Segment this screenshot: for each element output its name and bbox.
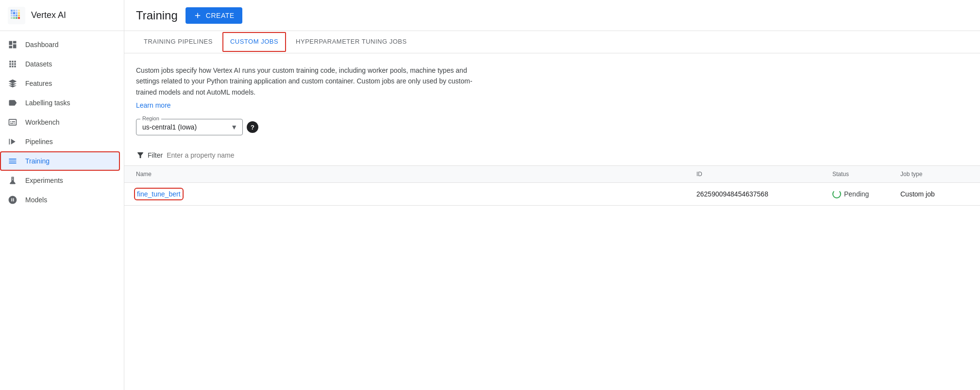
page-title: Training: [136, 9, 178, 22]
col-status: Status: [832, 171, 900, 178]
sidebar-item-label: Workbench: [25, 118, 60, 126]
sidebar-item-label: Pipelines: [25, 138, 53, 146]
svg-rect-6: [16, 12, 17, 14]
features-icon: [8, 79, 17, 88]
tabs-bar: TRAINING PIPELINES CUSTOM JOBS HYPERPARA…: [124, 31, 980, 53]
svg-rect-15: [16, 17, 17, 19]
job-status: Pending: [832, 190, 900, 198]
filter-text: Filter: [148, 151, 163, 159]
svg-rect-13: [11, 17, 13, 19]
sidebar-item-features[interactable]: Features: [0, 74, 118, 93]
sidebar-item-label: Labelling tasks: [25, 99, 70, 107]
sidebar-header: Vertex AI: [0, 0, 124, 31]
svg-rect-4: [11, 12, 13, 14]
help-icon[interactable]: ?: [247, 121, 258, 133]
region-section: Region us-central1 (Iowa) ▼ ?: [136, 119, 968, 135]
sidebar-item-labelling[interactable]: Labelling tasks: [0, 93, 118, 113]
workbench-icon: [8, 117, 17, 127]
region-value: us-central1 (Iowa): [142, 123, 197, 131]
region-label: Region: [140, 115, 161, 121]
labelling-icon: [8, 98, 17, 108]
svg-rect-10: [18, 10, 20, 12]
table-row: fine_tune_bert 2625900948454637568 Pendi…: [124, 183, 980, 206]
main-content: Training CREATE TRAINING PIPELINES CUSTO…: [124, 0, 980, 390]
learn-more-link[interactable]: Learn more: [136, 101, 171, 109]
sidebar-item-models[interactable]: Models: [0, 190, 118, 210]
sidebar-item-label: Datasets: [25, 60, 52, 68]
sidebar-item-training[interactable]: Training: [0, 151, 120, 171]
sidebar-item-label: Dashboard: [25, 41, 59, 49]
chevron-down-icon: ▼: [231, 123, 237, 131]
datasets-icon: [8, 59, 17, 69]
plus-icon: [193, 11, 202, 20]
content-area: Custom jobs specify how Vertex AI runs y…: [124, 53, 980, 390]
tab-training-pipelines[interactable]: TRAINING PIPELINES: [136, 31, 220, 53]
app-title: Vertex AI: [31, 10, 66, 20]
svg-rect-14: [13, 17, 15, 19]
sidebar-item-label: Experiments: [25, 177, 63, 184]
experiments-icon: [8, 176, 17, 185]
tab-custom-jobs[interactable]: CUSTOM JOBS: [222, 32, 286, 52]
pipelines-icon: [8, 137, 17, 146]
jobs-table: Name ID Status Job type fine_tune_bert 2…: [124, 166, 980, 206]
filter-input[interactable]: [167, 151, 968, 159]
filter-label-wrap: Filter: [136, 151, 163, 160]
create-button[interactable]: CREATE: [186, 7, 242, 24]
svg-rect-7: [11, 15, 13, 16]
filter-icon: [136, 151, 145, 160]
pending-spinner-icon: [832, 190, 841, 198]
sidebar-item-label: Training: [25, 157, 50, 165]
sidebar: Vertex AI Dashboard Datasets Features: [0, 0, 124, 390]
main-header: Training CREATE: [124, 0, 980, 31]
svg-rect-8: [13, 15, 15, 16]
create-button-label: CREATE: [206, 12, 235, 19]
table-header: Name ID Status Job type: [124, 166, 980, 183]
sidebar-item-dashboard[interactable]: Dashboard: [0, 35, 118, 54]
svg-rect-1: [11, 10, 13, 12]
dashboard-icon: [8, 40, 17, 49]
svg-rect-12: [18, 15, 20, 16]
sidebar-item-label: Models: [25, 196, 47, 204]
filter-bar: Filter: [124, 145, 980, 166]
sidebar-item-label: Features: [25, 80, 52, 87]
vertex-ai-logo: [8, 7, 25, 24]
region-select[interactable]: Region us-central1 (Iowa) ▼: [136, 119, 243, 135]
tab-hyperparameter[interactable]: HYPERPARAMETER TUNING JOBS: [288, 31, 415, 53]
sidebar-item-datasets[interactable]: Datasets: [0, 54, 118, 74]
svg-rect-9: [16, 15, 17, 16]
svg-rect-16: [18, 17, 20, 19]
col-job-type: Job type: [900, 171, 968, 178]
models-icon: [8, 195, 17, 205]
job-name-link[interactable]: fine_tune_bert: [136, 190, 182, 198]
svg-rect-2: [13, 10, 15, 12]
sidebar-item-workbench[interactable]: Workbench: [0, 113, 118, 132]
svg-rect-5: [13, 12, 15, 14]
job-id: 2625900948454637568: [696, 190, 832, 198]
job-status-text: Pending: [844, 190, 869, 198]
region-select-wrapper: Region us-central1 (Iowa) ▼ ?: [136, 119, 258, 135]
description-text: Custom jobs specify how Vertex AI runs y…: [136, 65, 476, 98]
col-id: ID: [696, 171, 832, 178]
svg-rect-3: [16, 10, 17, 12]
svg-rect-11: [18, 12, 20, 14]
sidebar-nav: Dashboard Datasets Features Labelling ta…: [0, 31, 124, 390]
job-type: Custom job: [900, 190, 968, 198]
sidebar-item-pipelines[interactable]: Pipelines: [0, 132, 118, 151]
training-icon: [8, 156, 17, 166]
col-name: Name: [136, 171, 696, 178]
sidebar-item-experiments[interactable]: Experiments: [0, 171, 118, 190]
